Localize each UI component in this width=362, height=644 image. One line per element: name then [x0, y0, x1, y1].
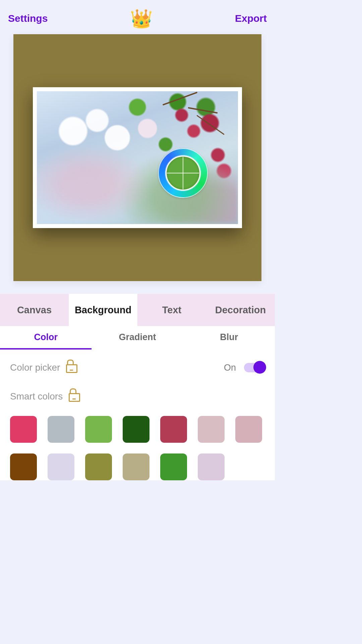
swatch[interactable] [123, 453, 149, 480]
subtab-gradient[interactable]: Gradient [92, 326, 183, 350]
color-picker-toggle[interactable] [244, 363, 265, 372]
tab-text[interactable]: Text [137, 294, 206, 326]
color-picker-row: Color picker On [10, 356, 265, 380]
photo [37, 91, 238, 224]
canvas-background[interactable] [13, 34, 261, 281]
subtab-blur[interactable]: Blur [183, 326, 275, 350]
swatch[interactable] [160, 453, 187, 480]
export-button[interactable]: Export [235, 13, 267, 24]
smart-colors-row: Smart colors [10, 384, 265, 409]
crown-icon[interactable]: 👑 [130, 9, 153, 28]
toggle-state-label: On [224, 363, 236, 373]
smart-colors-label: Smart colors [10, 391, 63, 402]
swatch[interactable] [85, 453, 112, 480]
color-picker-label: Color picker [10, 362, 60, 373]
swatches-grid [10, 409, 265, 480]
swatch[interactable] [235, 416, 262, 443]
canvas-area [0, 34, 275, 294]
swatch[interactable] [10, 416, 37, 443]
subtab-color[interactable]: Color [0, 326, 92, 350]
photo-frame[interactable] [33, 87, 242, 228]
swatch[interactable] [48, 453, 74, 480]
swatch[interactable] [48, 416, 74, 443]
lock-open-icon[interactable] [66, 362, 76, 373]
swatch[interactable] [123, 416, 149, 443]
swatch[interactable] [198, 453, 225, 480]
lock-open-icon[interactable] [69, 391, 79, 402]
header: Settings 👑 Export [0, 0, 275, 34]
swatch[interactable] [160, 416, 187, 443]
settings-button[interactable]: Settings [8, 13, 48, 24]
swatch[interactable] [198, 416, 225, 443]
swatch[interactable] [85, 416, 112, 443]
toggle-knob [253, 361, 266, 374]
tab-background[interactable]: Background [69, 294, 137, 326]
tab-decoration[interactable]: Decoration [206, 294, 275, 326]
color-section: Color picker On Smart colors [0, 350, 275, 480]
tab-canvas[interactable]: Canvas [0, 294, 69, 326]
color-picker-reticle[interactable] [158, 148, 208, 198]
swatch[interactable] [10, 453, 37, 480]
tabs-primary: Canvas Background Text Decoration [0, 294, 275, 326]
tabs-sub: Color Gradient Blur [0, 326, 275, 350]
